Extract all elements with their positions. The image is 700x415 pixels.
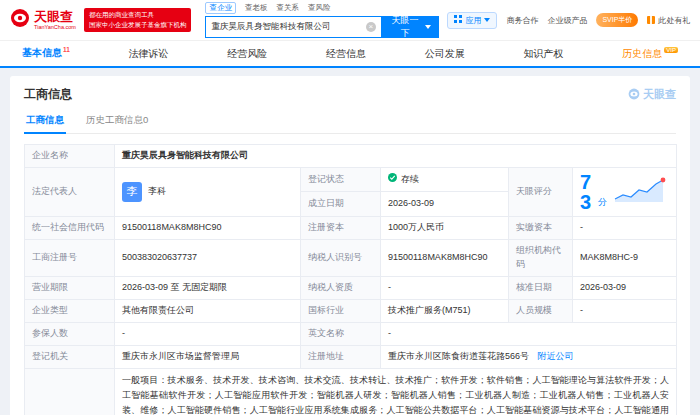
- tab-basic-info-label: 基本信息: [22, 48, 62, 59]
- subtab-current-info[interactable]: 工商信息: [24, 111, 66, 134]
- tab-operating-risk[interactable]: 经营风险: [227, 47, 267, 61]
- grid-icon: [454, 15, 462, 25]
- credit-code-value: 91500118MAK8M8HC90: [115, 216, 301, 239]
- search-box: ×: [205, 16, 381, 38]
- vip-badge: VIP: [664, 47, 678, 53]
- tianyancha-logo[interactable]: 天眼查 TianYanCha.com: [10, 8, 76, 32]
- legal-rep-cell: 李 李科: [115, 167, 301, 216]
- chevron-down-icon: [484, 18, 490, 22]
- header-right-links: 应用 商务合作 企业级产品 SVIP半价 此处有礼: [447, 12, 690, 29]
- tab-basic-info[interactable]: 基本信息11: [22, 46, 70, 60]
- tab-operating-info[interactable]: 经营信息: [326, 47, 366, 61]
- watermark: 天眼查: [628, 87, 676, 102]
- promo-line-2: 国家中小企业发展子基金旗下机构: [89, 20, 187, 30]
- tab-intellectual-property[interactable]: 知识产权: [524, 47, 564, 61]
- staff-size-label: 人员规模: [509, 299, 573, 322]
- search-area: 查企业 查老板 查关系 查风险 × 天眼一下: [205, 2, 439, 38]
- tab-basic-info-count: 11: [63, 46, 70, 53]
- industry-value: 技术推广服务(M751): [381, 299, 509, 322]
- business-info-table: 企业名称 重庆昊辰具身智能科技有限公司 法定代表人 李 李科 登记状态: [24, 144, 677, 415]
- table-row: 营业期限 2026-03-09 至 无固定期限 纳税人资质 - 核准日期 202…: [25, 276, 677, 299]
- registration-authority-value: 重庆市永川区市场监督管理局: [115, 345, 301, 368]
- gift-link[interactable]: 此处有礼: [647, 15, 690, 26]
- apps-menu[interactable]: 应用: [447, 12, 497, 29]
- taxpayer-qualification-label: 纳税人资质: [301, 276, 381, 299]
- registered-capital-label: 注册资本: [301, 216, 381, 239]
- status-check-icon: [388, 173, 397, 187]
- legal-rep-name[interactable]: 李科: [148, 185, 166, 199]
- established-label: 成立日期: [301, 192, 381, 217]
- paidin-capital-value: -: [573, 216, 677, 239]
- score-value: 73: [580, 172, 595, 212]
- table-row: 参保人数 - 英文名称 -: [25, 322, 677, 345]
- taxpayer-qualification-value: -: [381, 276, 509, 299]
- table-row: 企业名称 重庆昊辰具身智能科技有限公司: [25, 145, 677, 168]
- subtab-history-info[interactable]: 历史工商信息0: [84, 111, 150, 133]
- clear-search-icon[interactable]: ×: [366, 22, 376, 32]
- apps-label: 应用: [465, 15, 481, 26]
- status-value: 存续: [401, 173, 419, 187]
- business-scope-value: 一般项目：技术服务、技术开发、技术咨询、技术交流、技术转让、技术推广；软件开发；…: [115, 368, 677, 415]
- table-row: 企业类型 其他有限责任公司 国标行业 技术推广服务(M751) 人员规模 -: [25, 299, 677, 322]
- gift-icon: [647, 16, 655, 24]
- business-term-value: 2026-03-09 至 无固定期限: [115, 276, 301, 299]
- business-info-card: 工商信息 天眼查 工商信息 历史工商信息0 企业名称 重庆昊辰具身智能科技有限公…: [10, 76, 690, 415]
- gift-label: 此处有礼: [658, 15, 690, 26]
- promo-line-1: 都在用的商业查询工具: [89, 10, 187, 20]
- approval-date-value: 2026-03-09: [573, 276, 677, 299]
- tab-legal-proceedings[interactable]: 法律诉讼: [129, 47, 169, 61]
- taxpayer-id-label: 纳税人识别号: [301, 239, 381, 276]
- score-cell[interactable]: 73 分: [573, 167, 677, 216]
- score-suffix: 分: [598, 196, 607, 210]
- search-tab-risk[interactable]: 查风险: [308, 3, 331, 13]
- search-tab-relation[interactable]: 查关系: [276, 3, 299, 13]
- english-name-label: 英文名称: [301, 322, 381, 345]
- registered-address-value: 重庆市永川区陈食街道莲花路566号: [388, 351, 529, 361]
- search-button-label: 天眼一下: [390, 14, 421, 40]
- company-section-tabs: 基本信息11 法律诉讼 经营风险 经营信息 公司发展 知识产权 历史信息VIP: [0, 40, 700, 68]
- caret-down-icon: [425, 25, 431, 29]
- business-cooperation-link[interactable]: 商务合作: [506, 15, 538, 26]
- staff-size-value: -: [573, 299, 677, 322]
- watermark-eye-icon: [628, 88, 640, 102]
- credit-code-label: 统一社会信用代码: [25, 216, 115, 239]
- tab-history-info-label: 历史信息: [622, 48, 662, 59]
- table-row: 登记机关 重庆市永川区市场监督管理局 注册地址 重庆市永川区陈食街道莲花路566…: [25, 345, 677, 368]
- org-code-value: MAK8M8HC-9: [573, 239, 677, 276]
- search-type-tabs: 查企业 查老板 查关系 查风险: [205, 2, 439, 14]
- registered-address-label: 注册地址: [301, 345, 381, 368]
- main-content: 工商信息 天眼查 工商信息 历史工商信息0 企业名称 重庆昊辰具身智能科技有限公…: [0, 68, 700, 415]
- business-scope-label: 经营范围: [25, 368, 115, 415]
- tab-company-development[interactable]: 公司发展: [425, 47, 465, 61]
- industry-label: 国标行业: [301, 299, 381, 322]
- paidin-capital-label: 实缴资本: [509, 216, 573, 239]
- established-value: 2026-03-09: [381, 192, 509, 217]
- search-tab-company[interactable]: 查企业: [205, 2, 236, 14]
- svip-promo-badge[interactable]: SVIP半价: [596, 13, 638, 27]
- tab-history-info[interactable]: 历史信息VIP: [622, 47, 678, 61]
- taxpayer-id-value: 91500118MAK8M8HC90: [381, 239, 509, 276]
- english-name-value: -: [381, 322, 677, 345]
- org-code-label: 组织机构代码: [509, 239, 573, 276]
- registration-authority-label: 登记机关: [25, 345, 115, 368]
- company-type-value: 其他有限责任公司: [115, 299, 301, 322]
- insured-count-value: -: [115, 322, 301, 345]
- registered-capital-value: 1000万人民币: [381, 216, 509, 239]
- score-trend-chart: [613, 175, 669, 208]
- enterprise-products-link[interactable]: 企业级产品: [547, 15, 587, 26]
- logo-domain: TianYanCha.com: [34, 25, 76, 31]
- nearby-companies-link[interactable]: 附近公司: [538, 351, 574, 361]
- legal-rep-avatar[interactable]: 李: [122, 182, 142, 202]
- search-input[interactable]: [211, 22, 365, 32]
- subtabs: 工商信息 历史工商信息0: [24, 111, 676, 134]
- logo-text: 天眼查: [34, 10, 76, 23]
- company-name-label: 企业名称: [25, 145, 115, 168]
- search-button[interactable]: 天眼一下: [382, 16, 440, 38]
- approval-date-label: 核准日期: [509, 276, 573, 299]
- card-title: 工商信息: [24, 86, 72, 103]
- table-row: 工商注册号 500383020637737 纳税人识别号 91500118MAK…: [25, 239, 677, 276]
- insured-count-label: 参保人数: [25, 322, 115, 345]
- company-type-label: 企业类型: [25, 299, 115, 322]
- table-row: 经营范围 一般项目：技术服务、技术开发、技术咨询、技术交流、技术转让、技术推广；…: [25, 368, 677, 415]
- search-tab-boss[interactable]: 查老板: [245, 3, 268, 13]
